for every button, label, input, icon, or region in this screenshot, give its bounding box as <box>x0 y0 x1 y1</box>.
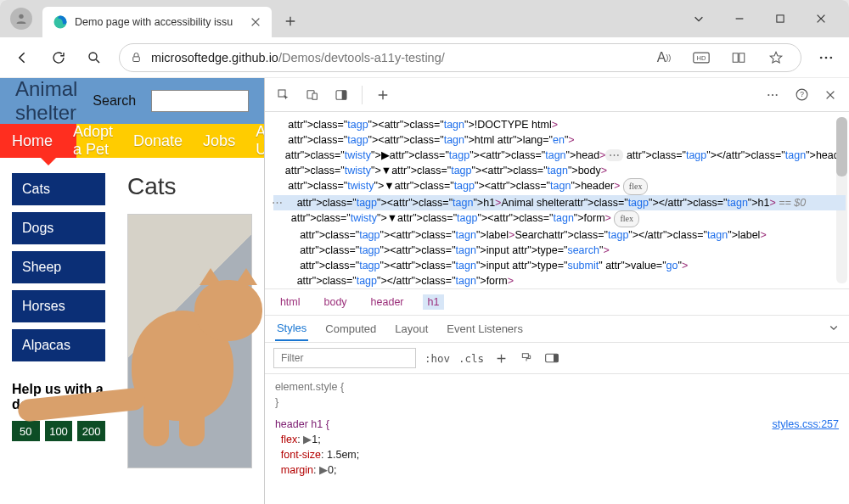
dom-line[interactable]: attr">class="twisty">▶attr">class="tagp"… <box>273 148 846 163</box>
stylesheet-link[interactable]: styles.css:257 <box>772 417 839 432</box>
nav-home[interactable]: Home <box>12 132 53 150</box>
dom-line[interactable]: attr">class="tagp"><attr">class="tagn">h… <box>273 132 846 148</box>
svg-rect-22 <box>554 354 558 361</box>
dock-side-icon[interactable] <box>329 83 353 107</box>
svg-point-16 <box>772 93 773 95</box>
site-header: Animal shelter Search go <box>0 78 264 124</box>
sidebar-sheep[interactable]: Sheep <box>12 251 105 283</box>
nav-donate[interactable]: Donate <box>133 132 183 150</box>
content-area: Cats <box>127 173 252 468</box>
dom-line[interactable]: attr">class="tagp"><attr">class="tagn">i… <box>273 243 846 258</box>
lock-icon <box>130 51 143 64</box>
dom-line[interactable]: attr">class="twisty">▼attr">class="tagp"… <box>273 163 846 178</box>
dom-line[interactable]: attr">class="twisty">▼attr">class="tagp"… <box>273 210 846 227</box>
paint-icon[interactable] <box>518 352 535 364</box>
svg-text:?: ? <box>800 90 804 98</box>
toggle-hov[interactable]: :hov <box>424 352 450 365</box>
window-minimize-icon[interactable] <box>727 6 752 31</box>
toggle-cls[interactable]: .cls <box>458 352 484 365</box>
dom-line[interactable]: attr">class="tagp"></attr">class="tagn">… <box>273 273 846 288</box>
cat-image <box>127 214 252 468</box>
inspect-element-icon[interactable] <box>272 83 295 107</box>
dom-breadcrumbs: html body header h1 <box>265 288 849 316</box>
styles-pane[interactable]: element.style {}header h1 {styles.css:25… <box>265 374 849 504</box>
dom-line[interactable]: attr">class="tagp"><attr">class="tagn">!… <box>273 117 846 132</box>
devtools-more-icon[interactable] <box>761 83 784 107</box>
search-button[interactable] <box>78 42 110 74</box>
nav-active-caret-icon <box>41 158 56 165</box>
main-nav: Home Adopt a Pet Donate Jobs About Us <box>0 124 264 158</box>
crumb-body[interactable]: body <box>319 294 352 310</box>
nav-adopt[interactable]: Adopt a Pet <box>73 123 113 159</box>
titlebar: Demo page with accessibility issu <box>0 0 849 37</box>
devtools-new-tab-icon[interactable] <box>371 83 395 107</box>
svg-rect-12 <box>312 93 317 99</box>
crumb-h1[interactable]: h1 <box>423 294 445 310</box>
devtools-help-icon[interactable]: ? <box>790 83 813 107</box>
donate-50[interactable]: 50 <box>12 421 40 441</box>
more-menu-icon[interactable] <box>810 42 842 74</box>
svg-point-7 <box>820 56 823 59</box>
tab-event-listeners[interactable]: Event Listeners <box>445 317 525 340</box>
tabs-dropdown-icon[interactable] <box>686 6 711 31</box>
hd-icon[interactable]: HD <box>687 43 716 72</box>
window-close-icon[interactable] <box>808 6 834 31</box>
devtools-panel: ? attr">class="tagp"><attr">class="tagn"… <box>264 78 849 504</box>
styles-tabs: Styles Computed Layout Event Listeners <box>265 316 849 343</box>
address-bar[interactable]: microsoftedge.github.io/Demos/devtools-a… <box>119 43 801 72</box>
dom-line[interactable]: ⋯ attr">class="tagp"><attr">class="tagn"… <box>273 195 846 210</box>
styles-filter-input[interactable] <box>273 348 416 368</box>
sidebar: Cats Dogs Sheep Horses Alpacas Help us w… <box>12 173 105 468</box>
svg-point-8 <box>825 56 828 59</box>
styles-tabs-more-icon[interactable] <box>829 322 839 335</box>
new-tab-button[interactable] <box>277 8 304 35</box>
refresh-button[interactable] <box>42 42 75 74</box>
sidebar-alpacas[interactable]: Alpacas <box>12 329 105 361</box>
donate-100[interactable]: 100 <box>45 421 73 441</box>
back-button[interactable] <box>7 42 39 74</box>
svg-point-15 <box>767 93 769 95</box>
tab-styles[interactable]: Styles <box>275 316 308 341</box>
nav-about[interactable]: About Us <box>256 123 264 159</box>
svg-rect-20 <box>522 354 528 358</box>
favorite-icon[interactable] <box>762 43 790 72</box>
sidebar-cats[interactable]: Cats <box>12 173 105 205</box>
browser-tab[interactable]: Demo page with accessibility issu <box>42 7 272 37</box>
svg-rect-4 <box>133 57 140 62</box>
search-input[interactable] <box>151 90 249 112</box>
devtools-toolbar: ? <box>265 78 849 112</box>
donate-200[interactable]: 200 <box>77 421 105 441</box>
search-label: Search <box>93 93 136 109</box>
devtools-close-icon[interactable] <box>818 83 842 107</box>
dom-line[interactable]: attr">class="tagp"><attr">class="tagn">l… <box>273 227 846 243</box>
tab-layout[interactable]: Layout <box>393 317 430 340</box>
crumb-html[interactable]: html <box>275 294 306 310</box>
window-maximize-icon[interactable] <box>767 6 793 31</box>
crumb-header[interactable]: header <box>366 294 409 310</box>
sidebar-dogs[interactable]: Dogs <box>12 212 105 244</box>
edge-favicon-icon <box>53 14 68 30</box>
svg-point-9 <box>830 56 833 59</box>
svg-rect-14 <box>342 90 346 99</box>
svg-text:HD: HD <box>697 54 706 62</box>
read-aloud-icon[interactable]: A)) <box>649 43 678 72</box>
tab-title: Demo page with accessibility issu <box>75 16 243 28</box>
styles-filter-row: :hov .cls <box>265 343 849 374</box>
dom-line[interactable]: attr">class="tagp"><attr">class="tagn">i… <box>273 258 846 273</box>
url-text: microsoftedge.github.io/Demos/devtools-a… <box>151 51 641 64</box>
sidebar-horses[interactable]: Horses <box>12 290 105 322</box>
new-style-rule-icon[interactable] <box>492 353 509 364</box>
nav-jobs[interactable]: Jobs <box>203 132 235 150</box>
device-emulation-icon[interactable] <box>301 83 324 107</box>
svg-point-17 <box>776 93 778 95</box>
tab-computed[interactable]: Computed <box>323 317 378 340</box>
sidebar-toggle-icon[interactable] <box>543 353 560 363</box>
tab-close-icon[interactable] <box>250 16 261 28</box>
profile-avatar[interactable] <box>10 8 32 30</box>
svg-point-3 <box>89 53 97 60</box>
dom-tree[interactable]: attr">class="tagp"><attr">class="tagn">!… <box>265 112 849 288</box>
dom-line[interactable]: attr">class="twisty">▼attr">class="tagp"… <box>273 178 846 195</box>
svg-rect-2 <box>777 15 784 22</box>
reader-icon[interactable] <box>724 43 753 72</box>
address-bar-row: microsoftedge.github.io/Demos/devtools-a… <box>0 37 849 78</box>
